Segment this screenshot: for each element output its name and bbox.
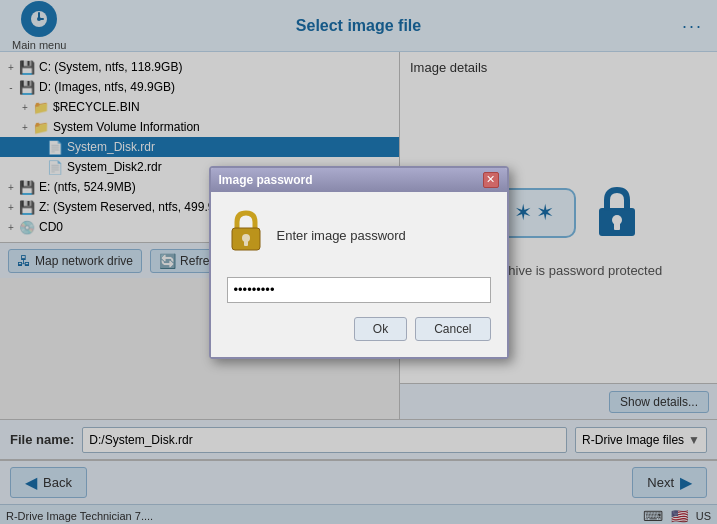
lock-icon (227, 208, 265, 263)
modal-titlebar: Image password ✕ (211, 168, 507, 192)
svg-rect-8 (232, 228, 260, 250)
modal-buttons: Ok Cancel (227, 317, 491, 341)
modal-close-button[interactable]: ✕ (483, 172, 499, 188)
modal-title: Image password (219, 173, 313, 187)
password-input[interactable] (227, 277, 491, 303)
cancel-label: Cancel (434, 322, 471, 336)
image-password-modal: Image password ✕ Enter image password (209, 166, 509, 359)
cancel-button[interactable]: Cancel (415, 317, 490, 341)
modal-overlay: Image password ✕ Enter image password (0, 0, 717, 524)
modal-body: Enter image password Ok Cancel (211, 192, 507, 357)
ok-label: Ok (373, 322, 388, 336)
ok-button[interactable]: Ok (354, 317, 407, 341)
modal-prompt-row: Enter image password (227, 208, 491, 263)
modal-prompt-text: Enter image password (277, 228, 406, 243)
